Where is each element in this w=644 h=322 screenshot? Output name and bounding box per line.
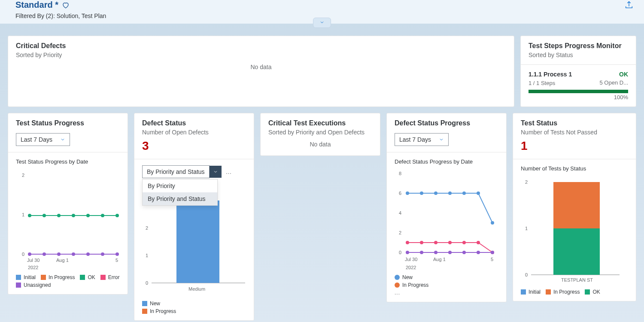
svg-text:Aug 1: Aug 1 xyxy=(56,258,69,263)
svg-point-12 xyxy=(28,253,31,255)
svg-point-8 xyxy=(87,214,89,217)
svg-rect-27 xyxy=(176,200,219,283)
export-icon[interactable] xyxy=(624,0,634,9)
select-value: Last 7 Days xyxy=(21,136,52,143)
progress-bar xyxy=(529,90,628,93)
filter-header: Standard * Filtered By (2): Solution, Te… xyxy=(0,0,644,24)
chevron-down-icon xyxy=(213,169,218,174)
svg-point-13 xyxy=(43,253,46,255)
card-title: Defect Status Progress xyxy=(395,119,498,127)
svg-point-14 xyxy=(58,253,60,255)
chart-section-title: Test Status Progress by Date xyxy=(16,158,120,165)
card-title: Test Steps Progress Monitor xyxy=(529,42,628,50)
svg-rect-63 xyxy=(553,228,600,275)
defect-status-progress-card: Defect Status Progress Last 7 Days Defec… xyxy=(386,113,507,302)
critical-defects-card: Critical Defects Sorted by Priority No d… xyxy=(8,36,514,107)
bar-chart: 3 2 1 0 Medium xyxy=(142,196,247,295)
svg-point-55 xyxy=(491,251,494,254)
svg-point-15 xyxy=(72,253,75,255)
svg-text:0: 0 xyxy=(22,252,24,257)
svg-point-40 xyxy=(491,222,494,224)
card-title: Test Status Progress xyxy=(16,119,120,127)
svg-point-34 xyxy=(406,192,409,194)
svg-text:2: 2 xyxy=(399,230,401,235)
svg-point-16 xyxy=(87,253,89,255)
card-title: Critical Defects xyxy=(16,42,506,50)
svg-text:1: 1 xyxy=(525,226,528,231)
svg-text:Jul 30: Jul 30 xyxy=(405,257,417,262)
svg-point-53 xyxy=(463,251,465,254)
card-subtitle: Sorted by Priority xyxy=(16,52,506,58)
svg-text:TESTPLAN ST: TESTPLAN ST xyxy=(561,277,593,283)
dropdown-option[interactable]: By Priority and Status xyxy=(143,192,217,205)
svg-text:Aug 1: Aug 1 xyxy=(433,257,446,262)
svg-text:1: 1 xyxy=(22,212,24,217)
card-subtitle: Number of Tests Not Passed xyxy=(521,129,628,136)
svg-text:5: 5 xyxy=(491,257,493,262)
kpi-value: 3 xyxy=(142,139,246,153)
svg-point-41 xyxy=(406,241,409,244)
progress-pct: 100% xyxy=(529,94,628,100)
no-data-label: No data xyxy=(268,136,372,149)
more-icon[interactable]: … xyxy=(226,168,232,175)
svg-point-46 xyxy=(477,241,480,244)
svg-rect-64 xyxy=(553,182,600,228)
test-status-card: Test Status Number of Tests Not Passed 1… xyxy=(513,113,636,301)
open-defects-count: 5 Open D... xyxy=(600,79,628,86)
line-chart: 8 6 4 2 0 Jul 30 Aug 1 5 xyxy=(395,169,499,264)
view-mode-select[interactable]: By Priority and Status xyxy=(142,165,222,178)
chart-section-title: Defect Status Progress by Date xyxy=(395,158,498,165)
stacked-bar-chart: 2 1 0 TESTPLAN ST xyxy=(521,176,621,283)
dropdown-option[interactable]: By Priority xyxy=(143,179,217,192)
svg-point-43 xyxy=(434,241,437,244)
svg-point-5 xyxy=(43,214,46,217)
svg-text:0: 0 xyxy=(146,280,148,286)
svg-point-38 xyxy=(463,192,465,194)
steps-count: 1 / 1 Steps xyxy=(529,80,555,86)
svg-point-36 xyxy=(434,192,437,194)
select-value: By Priority and Status xyxy=(142,165,210,178)
chevron-down-icon xyxy=(319,20,325,25)
svg-text:0: 0 xyxy=(525,272,528,277)
card-title: Critical Test Executions xyxy=(268,119,372,127)
svg-text:2: 2 xyxy=(146,225,148,231)
svg-point-49 xyxy=(406,251,409,254)
svg-point-9 xyxy=(101,214,104,217)
svg-point-44 xyxy=(449,241,451,244)
test-steps-monitor-card: Test Steps Progress Monitor Sorted by St… xyxy=(520,36,636,107)
expand-filter-button[interactable] xyxy=(313,18,331,28)
chevron-down-icon xyxy=(60,137,65,142)
svg-point-17 xyxy=(101,253,104,255)
svg-point-52 xyxy=(449,251,451,254)
svg-point-7 xyxy=(72,214,75,217)
svg-point-42 xyxy=(420,241,423,244)
view-mode-dropdown: By Priority By Priority and Status xyxy=(142,179,218,206)
chevron-down-icon xyxy=(439,137,444,142)
card-subtitle: Number of Open Defects xyxy=(142,129,246,136)
critical-executions-card: Critical Test Executions Sorted by Prior… xyxy=(260,113,380,156)
svg-text:Jul 30: Jul 30 xyxy=(27,258,39,263)
kpi-value: 1 xyxy=(521,139,628,153)
svg-text:2: 2 xyxy=(525,179,528,185)
line-chart: 2 1 0 Jul 30 Aug 1 5 xyxy=(16,169,121,264)
process-row[interactable]: 1.1.1 Process 1 OK xyxy=(529,71,628,78)
card-title: Test Status xyxy=(521,119,628,127)
card-subtitle: Sorted by Priority and Open Defects xyxy=(268,129,372,136)
svg-text:4: 4 xyxy=(399,210,401,216)
chart-legend: Initial In Progress OK xyxy=(521,289,628,295)
svg-text:Medium: Medium xyxy=(188,286,205,292)
legend-more[interactable]: ... xyxy=(395,290,498,296)
svg-point-6 xyxy=(58,214,60,217)
favorite-icon[interactable] xyxy=(62,1,70,9)
date-range-select[interactable]: Last 7 Days xyxy=(395,133,449,146)
svg-text:8: 8 xyxy=(399,171,401,176)
svg-point-45 xyxy=(463,241,465,244)
date-range-select[interactable]: Last 7 Days xyxy=(16,133,70,146)
svg-point-4 xyxy=(28,214,31,217)
chart-legend: Initial In Progress OK Error Unassigned xyxy=(16,274,120,288)
chart-legend: New In Progress xyxy=(142,301,246,314)
page-title[interactable]: Standard * xyxy=(15,0,58,10)
svg-text:1: 1 xyxy=(146,253,148,258)
svg-point-50 xyxy=(420,251,423,254)
card-subtitle: Sorted by Status xyxy=(529,52,628,58)
